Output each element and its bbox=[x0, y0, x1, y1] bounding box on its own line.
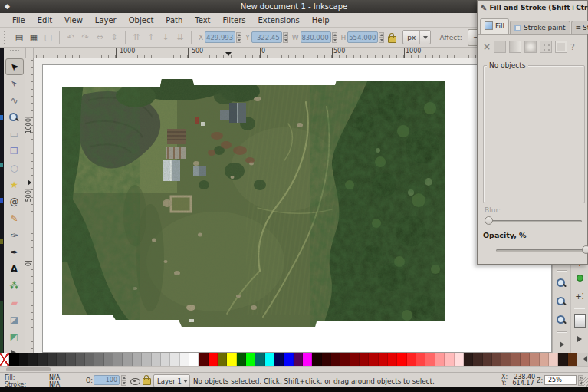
zoom-to-page-button[interactable] bbox=[554, 311, 570, 328]
color-swatch[interactable] bbox=[28, 353, 38, 366]
paint-none-button[interactable]: × bbox=[483, 42, 491, 51]
opacity-input[interactable]: 100 bbox=[94, 375, 120, 385]
tab-stroke-paint[interactable]: Stroke paint bbox=[510, 21, 570, 34]
toolbox-grip[interactable] bbox=[10, 50, 19, 58]
color-swatch[interactable] bbox=[76, 353, 85, 366]
color-swatch[interactable] bbox=[350, 353, 360, 366]
color-swatch[interactable] bbox=[85, 353, 94, 366]
color-swatch[interactable] bbox=[170, 353, 179, 366]
color-swatch[interactable] bbox=[435, 353, 445, 366]
paint-unknown-button[interactable]: ? bbox=[570, 42, 575, 52]
color-swatch[interactable] bbox=[568, 353, 577, 366]
color-swatch[interactable] bbox=[19, 353, 28, 366]
window-resize-grip[interactable] bbox=[580, 377, 588, 387]
color-swatch[interactable] bbox=[123, 353, 132, 366]
opacity-spinner[interactable] bbox=[121, 375, 126, 386]
calligraphy-tool[interactable]: ✒ bbox=[5, 244, 24, 261]
pencil-tool[interactable]: ✎ bbox=[5, 210, 24, 227]
opacity-slider-handle[interactable] bbox=[582, 245, 588, 254]
menu-item[interactable]: Path bbox=[159, 15, 189, 26]
paint-swatch-button[interactable] bbox=[555, 41, 567, 53]
color-swatch[interactable] bbox=[66, 353, 75, 366]
blur-slider-handle[interactable] bbox=[485, 216, 493, 225]
color-swatch[interactable] bbox=[501, 353, 511, 366]
field-spinner[interactable] bbox=[332, 32, 337, 43]
spray-tool[interactable]: ⁂ bbox=[5, 278, 24, 295]
aerial-photo[interactable] bbox=[62, 77, 445, 327]
spiral-tool[interactable]: @ bbox=[5, 193, 24, 210]
menu-item[interactable]: File bbox=[6, 15, 31, 26]
field-input[interactable]: 429.993 bbox=[205, 31, 235, 43]
color-swatch[interactable] bbox=[369, 353, 378, 366]
color-swatch[interactable] bbox=[189, 353, 199, 366]
raise-button[interactable]: ↑ bbox=[144, 31, 158, 44]
color-swatch[interactable] bbox=[152, 353, 161, 366]
color-swatch[interactable] bbox=[94, 353, 103, 366]
color-swatch[interactable] bbox=[133, 353, 142, 366]
menu-item[interactable]: Filters bbox=[217, 15, 252, 26]
field-spinner[interactable] bbox=[236, 32, 241, 43]
color-swatch[interactable] bbox=[209, 353, 218, 366]
color-swatch[interactable] bbox=[113, 353, 123, 366]
color-swatch[interactable] bbox=[379, 353, 388, 366]
gradient-tool[interactable]: ◩ bbox=[5, 328, 24, 345]
color-swatch[interactable] bbox=[425, 353, 435, 366]
color-swatch[interactable] bbox=[331, 353, 340, 366]
layer-selector[interactable]: Layer 1 bbox=[153, 374, 190, 387]
star-tool[interactable]: ★ bbox=[5, 176, 24, 193]
commands-overflow-arrow[interactable] bbox=[554, 336, 570, 353]
rotate-ccw-button[interactable]: ↶ bbox=[64, 31, 77, 44]
layer-visibility-icon[interactable] bbox=[130, 378, 140, 385]
field-input[interactable]: 554.000 bbox=[347, 31, 378, 43]
lower-button[interactable]: ↓ bbox=[159, 31, 172, 44]
color-swatch[interactable] bbox=[237, 353, 246, 366]
rotate-cw-button[interactable]: ↷ bbox=[78, 31, 92, 44]
paint-flat-button[interactable] bbox=[494, 41, 506, 53]
ellipse-tool[interactable]: ○ bbox=[5, 160, 24, 176]
lower-to-bottom-button[interactable]: ⇊ bbox=[173, 31, 187, 44]
color-swatch[interactable] bbox=[255, 353, 264, 366]
color-swatch[interactable] bbox=[322, 353, 331, 366]
color-swatch[interactable] bbox=[521, 353, 530, 366]
select-all-button[interactable]: ▤ bbox=[12, 31, 26, 44]
color-swatch[interactable] bbox=[483, 353, 492, 366]
color-swatch[interactable] bbox=[530, 353, 539, 366]
paint-radial-gradient-button[interactable] bbox=[524, 41, 537, 53]
document-page[interactable] bbox=[42, 64, 552, 353]
lock-ratio-icon[interactable] bbox=[388, 36, 396, 43]
tweak-tool[interactable]: ∿ bbox=[5, 92, 24, 109]
color-swatch[interactable] bbox=[227, 353, 236, 366]
unit-selector[interactable]: px bbox=[402, 30, 431, 44]
color-swatch[interactable] bbox=[104, 353, 113, 366]
color-swatch[interactable] bbox=[340, 353, 350, 366]
canvas[interactable] bbox=[34, 58, 552, 353]
color-swatch[interactable] bbox=[511, 353, 521, 366]
tab-stroke-style[interactable]: ≡Stroke style bbox=[571, 21, 588, 34]
menu-item[interactable]: Layer bbox=[89, 15, 123, 26]
color-swatch[interactable] bbox=[464, 353, 473, 366]
color-swatch[interactable] bbox=[312, 353, 321, 366]
zoom-to-drawing-button[interactable] bbox=[554, 293, 570, 310]
flip-vertical-button[interactable]: ⇕ bbox=[107, 31, 121, 44]
color-swatch[interactable] bbox=[199, 353, 208, 366]
color-swatch[interactable] bbox=[416, 353, 425, 366]
palette-scroll-arrow[interactable] bbox=[583, 356, 587, 362]
color-swatch[interactable] bbox=[388, 353, 397, 366]
layer-lock-icon[interactable] bbox=[143, 378, 151, 385]
rectangle-tool[interactable]: ▭ bbox=[5, 126, 24, 143]
dialog-title-bar[interactable]: ✎ Fill and Stroke (Shift+Ctrl+F) bbox=[478, 1, 587, 15]
paint-pattern-button[interactable] bbox=[540, 41, 552, 53]
color-swatch[interactable] bbox=[492, 353, 501, 366]
blur-slider[interactable] bbox=[485, 220, 582, 222]
color-swatch[interactable] bbox=[57, 353, 66, 366]
selector-tool[interactable]: ➤ bbox=[5, 58, 24, 75]
menu-item[interactable]: Object bbox=[123, 15, 160, 26]
color-swatch[interactable] bbox=[38, 353, 47, 366]
pen-tool[interactable]: ✑ bbox=[5, 227, 24, 244]
color-swatch[interactable] bbox=[445, 353, 454, 366]
raise-to-top-button[interactable]: ⇈ bbox=[130, 31, 143, 44]
menu-item[interactable]: View bbox=[58, 15, 89, 26]
color-swatch[interactable] bbox=[455, 353, 464, 366]
color-swatch[interactable] bbox=[9, 353, 18, 366]
menu-item[interactable]: Text bbox=[189, 15, 216, 26]
